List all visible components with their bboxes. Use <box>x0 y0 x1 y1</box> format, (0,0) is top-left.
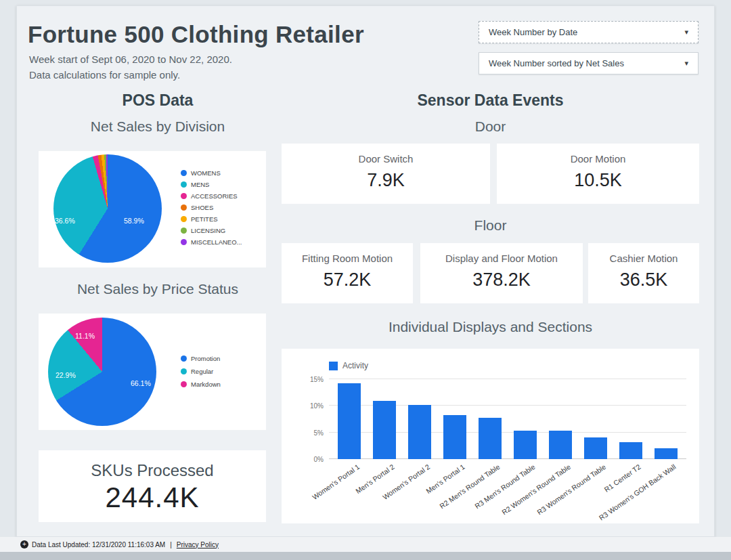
bar[interactable] <box>584 437 607 459</box>
activity-bar-chart-card: Activity 0%5%10%15% Women's Portal 1Men'… <box>282 349 699 523</box>
bar[interactable] <box>619 442 642 459</box>
subtitle-line2: Data calculations for sample only. <box>29 69 180 81</box>
bar-column: R3 Men's Round Table <box>508 379 543 459</box>
scorecard-label: Door Switch <box>282 153 490 165</box>
bar-columns: Women's Portal 1Men's Portal 2Women's Po… <box>329 379 686 459</box>
scorecard-label: Door Motion <box>497 153 699 165</box>
price-status-pie-card: 66.1% 22.9% 11.1% PromotionRegularMarkdo… <box>39 314 266 430</box>
scorecard-value: 378.2K <box>420 270 583 290</box>
report-canvas: Fortune 500 Clothing Retailer Week start… <box>16 5 715 537</box>
bar[interactable] <box>655 448 678 459</box>
legend-color-dot <box>181 228 187 234</box>
legend-label: LICENSING <box>191 227 225 234</box>
sensor-section-title: Sensor Data Events <box>282 91 699 110</box>
legend-color-dot <box>181 239 187 245</box>
pie-slice-percent-label: 66.1% <box>131 379 151 387</box>
x-axis-category-label: R3 Men's Round Table <box>473 462 536 510</box>
privacy-policy-link[interactable]: Privacy Policy <box>177 541 219 548</box>
legend-label: WOMENS <box>191 169 221 177</box>
dashboard-page: Fortune 500 Clothing Retailer Week start… <box>0 0 731 560</box>
scorecard-label: Display and Floor Motion <box>420 253 583 264</box>
legend-item: MENS <box>181 181 242 188</box>
pie-slice-percent-label: 22.9% <box>56 371 76 379</box>
legend-item: MISCELLANEO... <box>181 238 242 246</box>
legend-label: Activity <box>342 361 368 370</box>
division-pie-chart[interactable]: 58.9% 36.6% <box>53 154 162 263</box>
y-axis-tick-label: 5% <box>314 429 324 436</box>
bar[interactable] <box>443 415 466 459</box>
bar-column: R2 Men's Round Table <box>472 379 508 459</box>
pos-section-title: POS Data <box>39 91 277 110</box>
y-axis-tick-label: 10% <box>310 402 324 410</box>
division-pie-card: 58.9% 36.6% WOMENSMENSACCESSORIESSHOESPE… <box>39 151 266 267</box>
legend-label: PETITES <box>191 215 218 223</box>
legend-item: Promotion <box>181 355 221 362</box>
window-bottom-edge <box>0 552 731 560</box>
subtitle-line1: Week start of Sept 06, 2020 to Nov 22, 2… <box>29 53 232 65</box>
filter-week-number-by-date[interactable]: Week Number by Date ▾ <box>479 21 699 43</box>
scorecard-label: Cashier Motion <box>588 253 699 264</box>
bar[interactable] <box>373 401 396 459</box>
legend-item: Markdown <box>181 381 221 388</box>
bar[interactable] <box>549 431 572 459</box>
fitting-room-motion-scorecard: Fitting Room Motion 57.2K <box>282 243 413 303</box>
floor-section-title: Floor <box>282 217 699 234</box>
price-status-pie-chart[interactable]: 66.1% 22.9% 11.1% <box>48 318 156 426</box>
legend-label: ACCESSORIES <box>191 192 238 200</box>
legend-label: MISCELLANEO... <box>191 238 242 246</box>
bar-column: Men's Portal 2 <box>367 379 402 459</box>
legend-color-dot <box>181 216 187 222</box>
legend-color-dot <box>181 356 187 362</box>
bar-column: R3 Women's Round Table <box>578 379 613 459</box>
legend-color-dot <box>181 381 187 387</box>
legend-item: WOMENS <box>181 169 242 177</box>
bar[interactable] <box>338 383 361 459</box>
plus-circle-icon <box>20 540 28 548</box>
bar-column: Women's Portal 2 <box>402 379 437 459</box>
legend-item: Regular <box>181 368 221 375</box>
report-footer: Data Last Updated: 12/31/2020 11:16:03 A… <box>0 537 731 552</box>
filter-week-number-sorted-by-net-sales[interactable]: Week Number sorted by Net Sales ▾ <box>479 52 699 74</box>
door-motion-scorecard: Door Motion 10.5K <box>497 144 699 204</box>
x-axis-category-label: R3 Women's Round Table <box>535 462 607 516</box>
filter-label: Week Number sorted by Net Sales <box>489 58 684 68</box>
legend-label: Promotion <box>191 355 220 362</box>
pie-slice-percent-label: 36.6% <box>55 217 75 225</box>
cashier-motion-scorecard: Cashier Motion 36.5K <box>588 243 699 303</box>
y-axis-tick-label: 0% <box>314 456 324 463</box>
pie-slice-percent-label: 11.1% <box>75 332 95 340</box>
bar[interactable] <box>479 418 502 459</box>
division-chart-title: Net Sales by Division <box>39 119 277 135</box>
price-status-chart-title: Net Sales by Price Status <box>39 281 277 297</box>
legend-color-dot <box>181 204 187 211</box>
legend-item: PETITES <box>181 215 242 223</box>
bar-column: R3 Women's GOH Back Wall <box>648 379 684 459</box>
footer-separator: | <box>170 541 172 548</box>
bar[interactable] <box>408 405 431 459</box>
bar-plot: Women's Portal 1Men's Portal 2Women's Po… <box>329 379 686 459</box>
door-section-title: Door <box>282 119 699 135</box>
displays-chart-title: Individual Displays and Sections <box>282 319 699 335</box>
activity-legend-swatch <box>329 362 338 370</box>
bar[interactable] <box>514 431 537 459</box>
x-axis-category-label: Women's Portal 1 <box>311 462 361 501</box>
scorecard-label: Fitting Room Motion <box>282 253 413 264</box>
chevron-down-icon[interactable]: ▾ <box>684 59 688 68</box>
y-axis-tick-label: 15% <box>310 376 324 383</box>
legend-label: MENS <box>191 181 209 188</box>
legend-item: ACCESSORIES <box>181 192 242 200</box>
legend-color-dot <box>181 170 187 176</box>
bar-column: R2 Women's Round Table <box>543 379 578 459</box>
legend-item: SHOES <box>181 204 242 211</box>
bar-column: R1 Center T2 <box>613 379 648 459</box>
page-title: Fortune 500 Clothing Retailer <box>28 21 364 48</box>
bar-yticks: 0%5%10%15% <box>294 379 324 459</box>
scorecard-label: SKUs Processed <box>39 461 266 480</box>
legend-label: SHOES <box>191 204 213 211</box>
chevron-down-icon[interactable]: ▾ <box>684 28 688 37</box>
scorecard-value: 244.4K <box>39 481 266 514</box>
scorecard-value: 10.5K <box>497 170 699 191</box>
price-status-pie-legend: PromotionRegularMarkdown <box>181 355 221 388</box>
skus-processed-scorecard: SKUs Processed 244.4K <box>39 450 266 522</box>
legend-color-dot <box>181 181 187 188</box>
